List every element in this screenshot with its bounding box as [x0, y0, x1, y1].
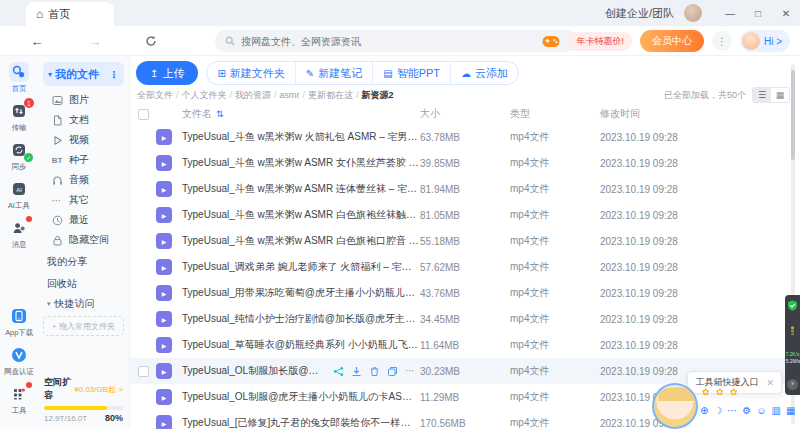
back-icon[interactable]: ←	[26, 26, 48, 56]
face-icon[interactable]: ☺	[756, 405, 766, 416]
rail-item-app[interactable]: App下载	[4, 306, 34, 338]
apps-icon[interactable]: ▦	[786, 405, 795, 416]
tab-home[interactable]: ⌂ 首页	[26, 2, 114, 26]
table-row[interactable]: ▶TypeUsual_斗鱼 w黑米粥w ASMR 女仆黑丝芦荟胶 – 宅男兔比.…	[130, 150, 800, 176]
gear-icon[interactable]: ⚙	[742, 405, 751, 416]
select-all-checkbox[interactable]	[138, 109, 149, 120]
table-row[interactable]: ▶TypeUsual_斗鱼 w黑米粥w ASMR 白色旗袍丝袜触发音 – 宅男兔…	[130, 202, 800, 228]
sidebar-item-doc[interactable]: 文档	[43, 110, 124, 130]
user-account[interactable]: Hi >	[740, 30, 790, 52]
share-icon[interactable]	[333, 366, 344, 377]
breadcrumb-item[interactable]: asmr	[280, 90, 300, 100]
maximize-button[interactable]: □	[744, 0, 772, 26]
drop-folder-zone[interactable]: + 拖入常用文件夹	[43, 316, 124, 336]
breadcrumb-item[interactable]: 全部文件	[137, 89, 173, 102]
more-icon[interactable]: ⋯	[727, 405, 737, 416]
sort-icon[interactable]: ⇅	[216, 109, 224, 119]
sidebar-item-image[interactable]: 图片	[43, 90, 124, 110]
table-row[interactable]: ▶TypeUsual_斗鱼 w黑米粥w 火箭礼包 ASMR – 宅男兔比.m3u…	[130, 124, 800, 150]
row-more-icon[interactable]: ⋯	[405, 366, 416, 376]
table-row[interactable]: ▶TypeUsual_纯情小护士治疗剧情@加长版@虎牙主播小小奶瓶儿300R福.…	[130, 306, 800, 332]
download-icon[interactable]	[351, 366, 362, 377]
verify-icon	[9, 345, 29, 365]
member-center-button[interactable]: 会员中心	[640, 30, 704, 52]
promo-badge[interactable]: 年卡特惠价!	[568, 32, 632, 51]
minimize-button[interactable]: ―	[716, 0, 744, 26]
file-name[interactable]: TypeUsual_[已修复]丸子君的兔女郎装给你不一样的舔耳(30分钟) AS…	[182, 416, 420, 429]
rail-item-home[interactable]: 首页	[7, 62, 31, 94]
pet-avatar[interactable]	[652, 383, 698, 429]
sidebar-item-hidden[interactable]: 隐藏空间	[43, 230, 124, 250]
file-name[interactable]: TypeUsual_斗鱼 w黑米粥w ASMR 白色旗袍口腔音 – 宅男兔比.m…	[182, 234, 420, 248]
shield-check-icon[interactable]	[787, 300, 798, 311]
rail-item-message[interactable]: 消息	[7, 218, 31, 250]
smart-ppt-button[interactable]: ▤智能PPT	[372, 62, 450, 84]
breadcrumb-item[interactable]: 更新都在这	[308, 89, 353, 102]
panel-icon[interactable]: ▥	[772, 405, 781, 416]
table-row[interactable]: ▶TypeUsual_斗鱼 w黑米粥w ASMR 连体蕾丝袜 – 宅男兔比.m3…	[130, 176, 800, 202]
rail-item-ai[interactable]: AIAI工具	[7, 179, 31, 211]
sidebar-item-video[interactable]: 视频	[43, 130, 124, 150]
column-size[interactable]: 大小	[420, 107, 510, 121]
copy-icon[interactable]	[387, 366, 398, 377]
cloud-add-button[interactable]: ☁云添加	[450, 62, 518, 84]
column-type[interactable]: 类型	[510, 107, 600, 121]
create-team-link[interactable]: 创建企业/团队	[605, 6, 674, 21]
close-button[interactable]: ✕	[772, 0, 800, 26]
delete-icon[interactable]	[369, 366, 380, 377]
list-view-icon[interactable]: ☰	[753, 88, 771, 102]
target-icon[interactable]: ⊕	[700, 405, 708, 416]
search-input[interactable]	[241, 36, 567, 47]
sidebar-item-my-share[interactable]: 我的分享	[43, 252, 124, 272]
sidebar-item-torrent[interactable]: BT种子	[43, 150, 124, 170]
titlebar-avatar[interactable]	[684, 4, 702, 22]
boost-icon[interactable]: ⚡	[787, 379, 798, 390]
game-icon[interactable]	[542, 35, 560, 48]
file-name[interactable]: TypeUsual_OL制服@虎牙主播小小奶瓶儿の卡ASMR福利视频 – 宅男兔…	[182, 390, 420, 404]
sidebar-item-my-files[interactable]: ▾ 我的文件 ⋮	[43, 62, 124, 86]
column-modified[interactable]: 修改时间	[600, 107, 750, 121]
sidebar-item-audio[interactable]: 音频	[43, 170, 124, 190]
system-monitor-widget[interactable]: 7.2K/s 5.2M/s ⚡	[785, 295, 800, 395]
file-name[interactable]: TypeUsual_斗鱼 w黑米粥w ASMR 白色旗袍丝袜触发音 – 宅男兔比…	[182, 208, 420, 222]
file-name[interactable]: TypeUsual_OL制服加长版@虎牙主播小小奶瓶儿300R福利 – 宅	[182, 364, 327, 378]
sidebar-item-recent[interactable]: 最近	[43, 210, 124, 230]
table-row[interactable]: ▶TypeUsual_草莓睡衣@奶瓶经典系列 小小奶瓶儿飞机打赏视频 – 宅男兔…	[130, 332, 800, 358]
breadcrumb-item[interactable]: 我的资源	[235, 89, 271, 102]
upload-button[interactable]: ↥ 上传	[136, 61, 198, 85]
refresh-icon[interactable]	[140, 26, 162, 56]
table-row[interactable]: ▶TypeUsual_用带果冻吃葡萄@虎牙主播小小奶瓶儿の卡ASMR福利视频 .…	[130, 280, 800, 306]
traffic-meter-icon[interactable]	[787, 326, 798, 337]
sidebar-item-quick-access[interactable]: ▾ 快捷访问	[43, 294, 124, 314]
sidebar-item-other[interactable]: ⋯其它	[43, 190, 124, 210]
rail-item-transfer[interactable]: 1传输	[7, 101, 31, 133]
file-name[interactable]: TypeUsual_斗鱼 w黑米粥w 火箭礼包 ASMR – 宅男兔比.m3u8…	[182, 130, 420, 144]
scrollbar-thumb[interactable]	[791, 70, 795, 160]
column-name[interactable]: 文件名	[182, 107, 212, 121]
table-row[interactable]: ▶TypeUsual_调戏弟弟 婉儿老师来了 火箭福利 – 宅男兔比.m3u8_…	[130, 254, 800, 280]
sidebar-item-recycle[interactable]: 回收站	[43, 274, 124, 294]
new-folder-button[interactable]: ⊞新建文件夹	[207, 62, 294, 84]
file-name[interactable]: TypeUsual_斗鱼 w黑米粥w ASMR 连体蕾丝袜 – 宅男兔比.m3u…	[182, 182, 420, 196]
rail-item-tools[interactable]: 工具	[9, 384, 29, 416]
file-name[interactable]: TypeUsual_用带果冻吃葡萄@虎牙主播小小奶瓶儿の卡ASMR福利视频 ..…	[182, 286, 420, 300]
file-name[interactable]: TypeUsual_纯情小护士治疗剧情@加长版@虎牙主播小小奶瓶儿300R福..…	[182, 312, 420, 326]
rail-item-verify[interactable]: 网盘认证	[3, 345, 35, 377]
row-checkbox[interactable]	[138, 366, 149, 377]
moon-icon[interactable]: ☽	[713, 405, 722, 416]
grid-view-icon[interactable]: ▦	[771, 88, 789, 102]
table-row[interactable]: ▶TypeUsual_斗鱼 w黑米粥w ASMR 白色旗袍口腔音 – 宅男兔比.…	[130, 228, 800, 254]
more-menu-icon[interactable]: ⋮	[712, 31, 732, 51]
download-speed: 5.2M/s	[785, 359, 799, 364]
search-bar[interactable]	[215, 30, 577, 52]
new-note-button[interactable]: ✎新建笔记	[295, 62, 372, 84]
tooltip-close-icon[interactable]: ✕	[766, 378, 774, 388]
file-name[interactable]: TypeUsual_斗鱼 w黑米粥w ASMR 女仆黑丝芦荟胶 – 宅男兔比.m…	[182, 156, 420, 170]
my-files-more-icon[interactable]: ⋮	[109, 69, 119, 80]
file-type: mp4文件	[510, 286, 600, 300]
file-name[interactable]: TypeUsual_调戏弟弟 婉儿老师来了 火箭福利 – 宅男兔比.m3u8_4…	[182, 260, 420, 274]
rail-item-sync[interactable]: ✓同步	[7, 140, 31, 172]
breadcrumb-item[interactable]: 个人文件夹	[182, 89, 227, 102]
storage-upgrade-link[interactable]: ¥0.03/GB起 >	[74, 384, 123, 395]
file-name[interactable]: TypeUsual_草莓睡衣@奶瓶经典系列 小小奶瓶儿飞机打赏视频 – 宅男兔.…	[182, 338, 420, 352]
